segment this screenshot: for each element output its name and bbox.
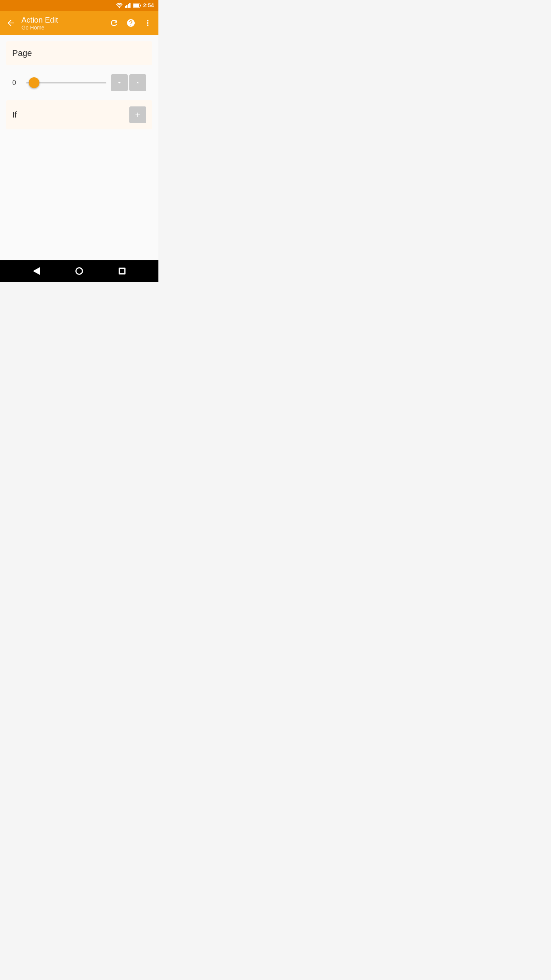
page-label: Page [12,48,32,58]
back-button[interactable] [3,15,18,31]
svg-rect-1 [125,6,126,8]
svg-rect-2 [126,5,127,8]
app-subtitle: Go Home [21,24,103,31]
add-if-icon: + [135,109,140,120]
status-icons: 2:54 [116,2,154,8]
svg-rect-4 [129,3,130,8]
app-title-group: Action Edit Go Home [21,16,103,31]
battery-icon [133,3,141,8]
slider-container[interactable] [26,75,106,90]
nav-home-button[interactable] [72,264,86,278]
wifi-icon [116,3,123,8]
refresh-button[interactable] [106,15,122,31]
bottom-nav [0,260,158,282]
status-time: 2:54 [143,2,154,8]
svg-rect-3 [128,4,129,8]
main-content: Page 0 If + [0,35,158,260]
more-options-button[interactable] [140,15,155,31]
svg-rect-6 [140,5,141,7]
signal-icon [125,3,131,8]
help-button[interactable] [123,15,139,31]
home-nav-icon [75,267,83,275]
svg-point-0 [119,7,120,8]
back-nav-icon [33,267,40,275]
slider-value: 0 [12,79,21,87]
if-label: If [12,110,17,120]
slider-buttons [111,74,146,91]
slider-increment-button[interactable] [129,74,146,91]
slider-decrement-button[interactable] [111,74,128,91]
svg-rect-7 [133,4,139,7]
app-title: Action Edit [21,16,103,24]
app-bar: Action Edit Go Home [0,11,158,35]
if-section: If + [6,100,152,129]
recent-nav-icon [119,268,126,274]
slider-track [26,82,106,83]
app-bar-actions [106,15,155,31]
slider-thumb[interactable] [29,77,39,88]
nav-back-button[interactable] [30,264,43,278]
nav-recent-button[interactable] [116,265,129,278]
page-section: Page [6,41,152,65]
add-if-button[interactable]: + [129,106,146,123]
status-bar: 2:54 [0,0,158,11]
slider-section: 0 [6,71,152,94]
